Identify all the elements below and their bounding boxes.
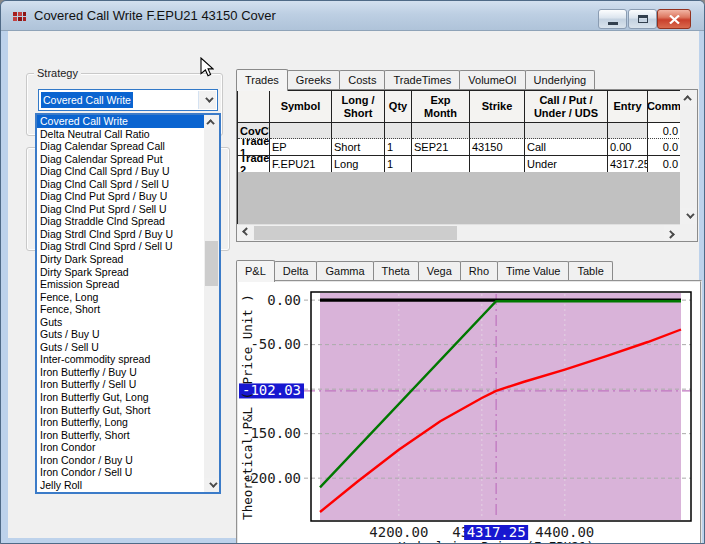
strategy-option[interactable]: Iron Butterfly, Short [37,429,204,442]
table-cell[interactable]: 1 [385,156,412,173]
table-cell[interactable] [470,156,525,173]
tab-underlying[interactable]: Underlying [525,70,596,89]
scroll-up-button[interactable] [680,90,697,106]
pnl-chart-panel[interactable]: 0.00-50.00-100.00-150.00-200.004200.0043… [236,280,702,544]
table-cell[interactable]: F.EPU21 [270,156,332,173]
strategy-option[interactable]: Iron Butterfly / Sell U [37,378,204,391]
tab-delta[interactable]: Delta [274,261,318,280]
minimize-button[interactable] [598,9,627,29]
strategy-option[interactable]: Jelly Roll [37,479,204,492]
strategy-option[interactable]: Diag Strdl Clnd Sprd / Buy U [37,228,204,241]
table-empty-area [237,172,680,224]
table-cell[interactable]: Under [525,156,608,173]
strategy-option[interactable]: Diag Clnd Put Sprd / Sell U [37,203,204,216]
table-cell[interactable] [412,156,470,173]
scrollbar-thumb[interactable] [254,226,457,240]
tab-time-value[interactable]: Time Value [497,261,569,280]
table-cell[interactable]: EP [270,139,332,156]
chevron-up-icon [206,119,214,127]
strategy-option[interactable]: Diag Clnd Call Sprd / Sell U [37,178,204,191]
table-cell[interactable]: Long [332,156,385,173]
strategy-option[interactable]: Guts [37,316,204,329]
table-cell[interactable] [608,123,648,139]
strategy-option[interactable]: Fence, Short [37,303,204,316]
table-cell[interactable]: 0.0 [648,156,681,173]
app-icon [12,9,27,24]
strategy-option[interactable]: Diag Calendar Spread Put [37,153,204,166]
mouse-cursor [200,57,214,77]
table-cell[interactable]: 1 [385,139,412,156]
titlebar[interactable]: Covered Call Write F.EPU21 43150 Cover [1,1,705,31]
strategy-option[interactable]: Diag Straddle Clnd Spread [37,215,204,228]
tab-costs[interactable]: Costs [339,70,385,89]
strategy-option[interactable]: Iron Butterfly, Long [37,416,204,429]
strategy-option[interactable]: Iron Condor / Buy U [37,454,204,467]
dropdown-scrollbar[interactable] [204,115,219,492]
strategy-option[interactable]: Diag Calendar Spread Call [37,140,204,153]
y-tick-label: -50.00 [250,336,301,352]
tab-table[interactable]: Table [568,261,612,280]
table-cell[interactable] [332,123,385,139]
strategy-option[interactable]: Guts / Buy U [37,328,204,341]
table-horizontal-scrollbar[interactable] [237,224,680,241]
table-cell[interactable] [470,123,525,139]
strategy-option[interactable]: Dirty Dark Spread [37,253,204,266]
strategy-option[interactable]: Fence, Long [37,291,204,304]
tab-tradetimes[interactable]: TradeTimes [384,70,460,89]
strategy-option[interactable]: Dirty Spark Spread [37,266,204,279]
table-cell[interactable] [385,123,412,139]
scroll-up-button[interactable] [204,115,219,129]
strategy-option[interactable]: Iron Condor [37,441,204,454]
tab-gamma[interactable]: Gamma [316,261,373,280]
column-header: Entry [608,91,648,123]
maximize-button[interactable] [628,9,657,29]
close-button[interactable] [657,9,691,29]
table-cell[interactable] [525,123,608,139]
table-cell[interactable]: Short [332,139,385,156]
pnl-chart[interactable]: 0.00-50.00-100.00-150.00-200.004200.0043… [238,282,700,544]
strategy-option[interactable]: Diag Clnd Call Sprd / Buy U [37,165,204,178]
table-cell[interactable]: 0.0 [648,123,681,139]
table-cell[interactable]: Call [525,139,608,156]
scrollbar-thumb[interactable] [205,241,218,286]
tab-vega[interactable]: Vega [418,261,461,280]
strategy-option[interactable]: Guts / Sell U [37,341,204,354]
strategy-option[interactable]: Iron Butterfly Gut, Long [37,391,204,404]
scroll-down-button[interactable] [204,478,219,492]
table-cell[interactable]: SEP21 [412,139,470,156]
strategy-option[interactable]: Inter-commodity spread [37,353,204,366]
y-tick-label: 0.00 [267,292,301,308]
strategy-option[interactable]: Diag Clnd Put Sprd / Buy U [37,190,204,203]
chevron-down-icon [209,479,217,487]
table-vertical-scrollbar[interactable] [680,90,697,224]
table-cell[interactable]: 43150 [470,139,525,156]
table-cell[interactable]: 0.00 [608,139,648,156]
tab-theta[interactable]: Theta [373,261,419,280]
strategy-option[interactable]: Delta Neutral Call Ratio [37,128,204,141]
strategy-option[interactable]: Emission Spread [37,278,204,291]
combobox-dropdown-button[interactable] [198,91,216,109]
chevron-left-icon [242,227,250,235]
tab-rho[interactable]: Rho [460,261,498,280]
column-header: Call / Put / Under / UDS [525,91,608,123]
row-header: Trade 1 [238,139,270,156]
strategy-option[interactable]: Diag Strdl Clnd Sprd / Sell U [37,240,204,253]
strategy-option[interactable]: Iron Butterfly / Buy U [37,366,204,379]
chevron-up-icon [683,95,691,103]
tab-trades[interactable]: Trades [236,69,288,91]
strategy-option[interactable]: Covered Call Write [37,115,204,128]
tab-p-l[interactable]: P&L [236,260,275,282]
tab-greeks[interactable]: Greeks [287,70,340,89]
scroll-down-button[interactable] [680,208,697,224]
table-cell[interactable]: 4317.25 [608,156,648,173]
tab-volumeoi[interactable]: VolumeOI [459,70,525,89]
scrollbar-corner [680,224,697,241]
scroll-right-button[interactable] [664,225,680,241]
table-cell[interactable]: 0.0 [648,139,681,156]
strategy-combobox[interactable]: Covered Call Write [38,89,218,111]
table-cell[interactable] [270,123,332,139]
table-cell[interactable] [412,123,470,139]
strategy-option[interactable]: Iron Condor / Sell U [37,466,204,479]
strategy-option[interactable]: Iron Butterfly Gut, Short [37,404,204,417]
scroll-left-button[interactable] [237,225,253,241]
